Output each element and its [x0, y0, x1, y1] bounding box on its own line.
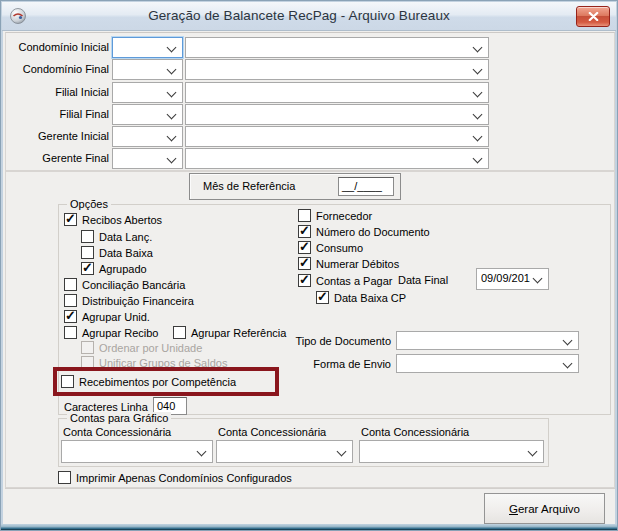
checkbox-label: Numerar Débitos [316, 258, 399, 270]
chevron-down-icon [167, 65, 177, 75]
mes-referencia-input[interactable]: __/____ [338, 177, 394, 196]
checkbox-box [61, 375, 74, 388]
checkbox-box [58, 471, 71, 484]
checkbox-label: Data Lanç. [99, 231, 152, 243]
combo-condominio-inicial-nome[interactable] [185, 37, 489, 58]
tipo-documento-label: Tipo de Documento [291, 335, 391, 347]
checkbox-box [81, 230, 94, 243]
checkbox-imprimir-apenas-condominios[interactable]: Imprimir Apenas Condomínios Configurados [58, 470, 292, 485]
checkbox-recibos-abertos[interactable]: Recibos Abertos [64, 212, 162, 227]
checkbox-fornecedor[interactable]: Fornecedor [298, 208, 372, 223]
checkbox-contas-a-pagar[interactable]: Contas a Pagar [298, 273, 392, 288]
checkbox-agrupar-unid[interactable]: Agrupar Unid. [64, 309, 150, 324]
checkbox-numerar-debitos[interactable]: Numerar Débitos [298, 256, 399, 271]
checkbox-box [81, 262, 94, 275]
chevron-down-icon [167, 110, 177, 120]
chevron-down-icon [533, 274, 543, 284]
chevron-down-icon [473, 154, 483, 164]
mes-referencia-box: Mês de Referência __/____ [189, 173, 401, 200]
checkbox-data-lanc[interactable]: Data Lanç. [81, 229, 152, 244]
checkbox-box [81, 246, 94, 259]
combo-filial-final-codigo[interactable] [112, 104, 183, 125]
combo-gerente-inicial-codigo[interactable] [112, 126, 183, 147]
checkbox-label: Ordenar por Unidade [99, 342, 202, 354]
checkbox-agrupar-recibo[interactable]: Agrupar Recibo [64, 325, 158, 340]
chevron-down-icon [167, 132, 177, 142]
checkbox-recebimentos-por-competencia[interactable]: Recebimentos por Competência [61, 374, 236, 389]
combo-conta-concessionaria-1[interactable] [61, 440, 213, 463]
checkbox-box [64, 326, 77, 339]
checkbox-label: Conciliação Bancária [82, 279, 185, 291]
chevron-down-icon [563, 359, 573, 369]
combo-gerente-final-codigo[interactable] [112, 148, 183, 169]
checkbox-consumo[interactable]: Consumo [298, 240, 363, 255]
checkbox-label: Data Baixa [99, 247, 153, 259]
checkbox-box [64, 294, 77, 307]
combo-conta-concessionaria-3[interactable] [359, 440, 544, 463]
chevron-down-icon [528, 447, 538, 457]
checkbox-ordenar-por-unidade: Ordenar por Unidade [81, 340, 202, 355]
app-icon [9, 7, 27, 25]
close-button[interactable] [576, 6, 610, 27]
combo-filial-inicial-nome[interactable] [185, 82, 489, 103]
checkbox-label: Recibos Abertos [82, 214, 162, 226]
checkbox-conciliacao-bancaria[interactable]: Conciliação Bancária [64, 277, 185, 292]
checkbox-agrupado[interactable]: Agrupado [81, 261, 147, 276]
checkbox-data-baixa[interactable]: Data Baixa [81, 245, 153, 260]
checkbox-box [298, 209, 311, 222]
chevron-down-icon [167, 154, 177, 164]
checkbox-box [64, 278, 77, 291]
label-condominio-inicial: Condomínio Inicial [9, 37, 109, 58]
chevron-down-icon [167, 43, 177, 53]
gerar-arquivo-button[interactable]: Gerar Arquivo [484, 493, 605, 524]
combo-conta-concessionaria-2[interactable] [216, 440, 353, 463]
conta-concessionaria-label-3: Conta Concessionária [361, 426, 469, 438]
checkbox-label: Recebimentos por Competência [79, 376, 236, 388]
checkbox-distribuicao-financeira[interactable]: Distribuição Financeira [64, 293, 194, 308]
checkbox-label: Agrupar Recibo [82, 327, 158, 339]
chevron-down-icon [473, 88, 483, 98]
forma-envio-label: Forma de Envio [291, 358, 391, 370]
checkbox-box [173, 326, 186, 339]
combo-filial-inicial-codigo[interactable] [112, 82, 183, 103]
label-filial-inicial: Filial Inicial [9, 82, 109, 103]
chevron-down-icon [167, 88, 177, 98]
combo-condominio-inicial-codigo[interactable] [112, 37, 183, 58]
data-final-label: Data Final [398, 274, 448, 286]
contas-grafico-title: Contas para Gráfico [67, 412, 171, 424]
combo-condominio-final-nome[interactable] [185, 59, 489, 80]
title-bar: Geração de Balancete RecPag - Arquivo Bu… [2, 2, 616, 31]
combo-filial-final-nome[interactable] [185, 104, 489, 125]
chevron-down-icon [473, 43, 483, 53]
combo-condominio-final-codigo[interactable] [112, 59, 183, 80]
combo-gerente-inicial-nome[interactable] [185, 126, 489, 147]
close-icon [588, 12, 599, 21]
label-gerente-final: Gerente Final [9, 148, 109, 169]
chevron-down-icon [197, 447, 207, 457]
checkbox-label: Agrupado [99, 263, 147, 275]
checkbox-label: Agrupar Referência [191, 327, 286, 339]
label-gerente-inicial: Gerente Inicial [9, 126, 109, 147]
checkbox-box [298, 225, 311, 238]
dialog-window: Geração de Balancete RecPag - Arquivo Bu… [0, 0, 618, 531]
combo-gerente-final-nome[interactable] [185, 148, 489, 169]
label-condominio-final: Condomínio Final [9, 59, 109, 80]
checkbox-label: Consumo [316, 242, 363, 254]
mes-referencia-label: Mês de Referência [203, 180, 295, 192]
combo-tipo-documento[interactable] [396, 331, 579, 350]
conta-concessionaria-label-2: Conta Concessionária [218, 426, 326, 438]
checkbox-data-baixa-cp[interactable]: Data Baixa CP [316, 290, 406, 305]
label-filial-final: Filial Final [9, 104, 109, 125]
checkbox-label: Data Baixa CP [334, 292, 406, 304]
checkbox-box [298, 274, 311, 287]
checkbox-numero-do-documento[interactable]: Número do Documento [298, 224, 430, 239]
combo-forma-envio[interactable] [396, 354, 579, 373]
checkbox-box [81, 341, 94, 354]
checkbox-agrupar-referencia[interactable]: Agrupar Referência [173, 325, 286, 340]
checkbox-box [64, 213, 77, 226]
chevron-down-icon [563, 336, 573, 346]
combo-data-final[interactable]: 09/09/2014 [476, 268, 549, 290]
checkbox-box [316, 291, 329, 304]
checkbox-label: Fornecedor [316, 210, 372, 222]
checkbox-box [298, 241, 311, 254]
